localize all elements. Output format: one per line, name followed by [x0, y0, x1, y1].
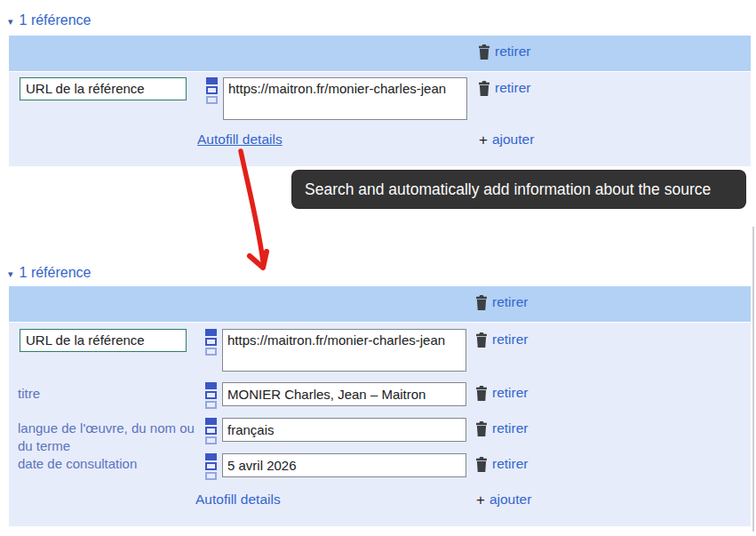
snak-type-selector-icon[interactable]	[205, 382, 217, 409]
url-value-input[interactable]: https://maitron.fr/monier-charles-jean	[222, 329, 466, 372]
remove-label[interactable]: retirer	[492, 332, 528, 348]
wikidata-reference-editor: ▾ 1 référence retirer URL de la référenc…	[0, 0, 756, 536]
right-edge-divider	[752, 227, 754, 532]
snak-type-selector-icon[interactable]	[205, 453, 217, 480]
reference-header-bar-top	[9, 36, 751, 71]
trash-icon[interactable]	[475, 421, 488, 436]
remove-snak-button-top[interactable]: retirer	[478, 80, 530, 96]
remove-snak-button[interactable]: retirer	[475, 332, 528, 348]
date-value-input[interactable]: 5 avril 2026	[222, 453, 466, 477]
remove-label[interactable]: retirer	[495, 80, 530, 96]
snak-type-selector-icon[interactable]	[205, 329, 217, 356]
property-link-titre[interactable]: titre	[18, 385, 40, 403]
snak-type-selector-icon[interactable]	[205, 418, 217, 444]
trash-icon[interactable]	[478, 44, 490, 60]
remove-snak-button[interactable]: retirer	[475, 385, 528, 401]
remove-snak-button[interactable]: retirer	[475, 456, 528, 472]
reference-section-header-bottom: ▾ 1 référence	[8, 265, 91, 281]
autofill-details-link-bottom[interactable]: Autofill details	[195, 492, 281, 508]
property-link-date-consultation[interactable]: date de consultation	[18, 455, 137, 473]
langue-value-input[interactable]: français	[222, 418, 466, 442]
remove-label[interactable]: retirer	[492, 420, 528, 436]
remove-label[interactable]: retirer	[492, 456, 528, 472]
reference-count-link[interactable]: 1 référence	[20, 12, 92, 28]
reference-count-link[interactable]: 1 référence	[20, 265, 92, 281]
snak-type-selector-icon[interactable]	[206, 77, 218, 104]
trash-icon[interactable]	[475, 386, 488, 401]
plus-icon[interactable]: +	[479, 132, 488, 148]
trash-icon[interactable]	[475, 332, 488, 348]
autofill-details-link-top[interactable]: Autofill details	[197, 132, 283, 148]
remove-label[interactable]: retirer	[495, 44, 530, 60]
plus-icon[interactable]: +	[476, 492, 485, 508]
remove-label[interactable]: retirer	[492, 294, 528, 310]
reference-section-header-top: ▾ 1 référence	[8, 12, 91, 28]
reference-header-bar-bottom	[9, 286, 751, 322]
trash-icon[interactable]	[478, 81, 490, 96]
tooltip: Search and automatically add information…	[292, 171, 745, 208]
remove-reference-button-bottom[interactable]: retirer	[475, 294, 528, 310]
url-value-input[interactable]: https://maitron.fr/monier-charles-jean	[223, 77, 467, 120]
trash-icon[interactable]	[475, 295, 488, 310]
tooltip-text: Search and automatically add information…	[305, 180, 711, 199]
add-snak-button-top[interactable]: + ajouter	[479, 132, 534, 148]
remove-label[interactable]: retirer	[492, 385, 528, 401]
property-selector-input[interactable]: URL de la référence	[20, 77, 187, 100]
property-selector-input[interactable]: URL de la référence	[20, 329, 187, 352]
add-label[interactable]: ajouter	[492, 132, 534, 148]
add-snak-button-bottom[interactable]: + ajouter	[476, 492, 531, 508]
add-label[interactable]: ajouter	[489, 492, 531, 508]
property-link-langue[interactable]: langue de l'œuvre, du nom ou du terme	[18, 420, 195, 455]
remove-reference-button-top[interactable]: retirer	[478, 44, 530, 60]
remove-snak-button[interactable]: retirer	[475, 420, 528, 436]
trash-icon[interactable]	[475, 457, 488, 472]
collapse-triangle-icon[interactable]: ▾	[8, 17, 13, 27]
titre-value-input[interactable]: MONIER Charles, Jean – Maitron	[222, 382, 466, 406]
collapse-triangle-icon[interactable]: ▾	[8, 269, 13, 279]
